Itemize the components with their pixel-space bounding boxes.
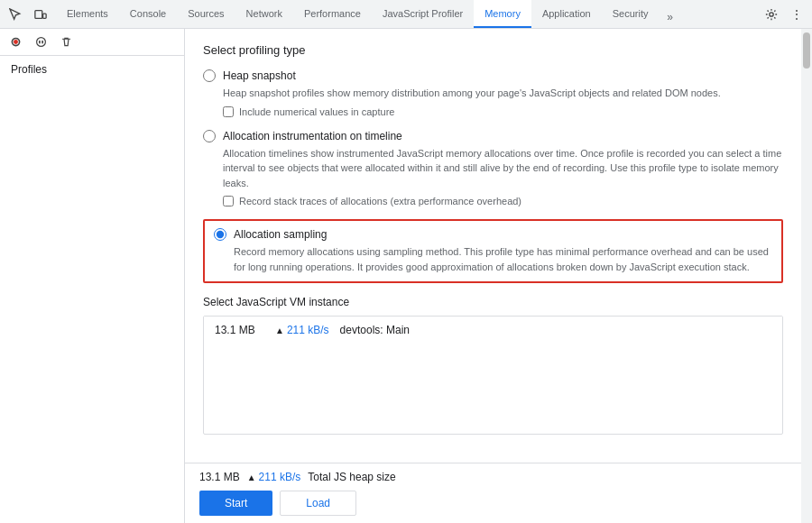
vm-size: 13.1 MB (215, 324, 264, 336)
heap-checkbox[interactable] (223, 106, 234, 117)
footer-stats: 13.1 MB ▲ 211 kB/s Total JS heap size (199, 471, 787, 483)
more-options-icon[interactable]: ⋮ (785, 3, 808, 26)
footer-label: Total JS heap size (308, 471, 395, 483)
heap-checkbox-label[interactable]: Include numerical values in capture (239, 106, 394, 117)
settings-icon[interactable] (760, 3, 783, 26)
start-button[interactable]: Start (199, 491, 272, 516)
inspect-icon[interactable] (4, 3, 27, 26)
sampling-desc: Record memory allocations using sampling… (234, 244, 772, 274)
tab-memory[interactable]: Memory (474, 0, 531, 28)
vm-section: Select JavaScript VM instance 13.1 MB ▲ … (203, 296, 783, 435)
timeline-radio[interactable] (203, 130, 216, 142)
vm-title: Select JavaScript VM instance (203, 296, 783, 308)
stop-button[interactable] (29, 31, 52, 54)
timeline-checkbox-row: Record stack traces of allocations (extr… (223, 196, 783, 206)
tab-bar: Elements Console Sources Network Perform… (0, 0, 812, 29)
svg-point-5 (14, 40, 18, 44)
tab-sources[interactable]: Sources (177, 0, 235, 28)
tab-elements[interactable]: Elements (56, 0, 119, 28)
heap-desc: Heap snapshot profiles show memory distr… (223, 86, 783, 101)
heap-snapshot-option: Heap snapshot Heap snapshot profiles sho… (203, 69, 783, 117)
sidebar: Profiles (0, 29, 185, 523)
load-button[interactable]: Load (280, 491, 356, 516)
vm-speed-icon: ▲ (275, 326, 284, 335)
tabs-container: Elements Console Sources Network Perform… (56, 0, 760, 28)
device-icon[interactable] (29, 3, 52, 26)
timeline-header: Allocation instrumentation on timeline (203, 130, 783, 142)
scrollbar-thumb[interactable] (803, 32, 810, 69)
vm-row[interactable]: 13.1 MB ▲ 211 kB/s devtools: Main (204, 317, 782, 344)
heap-checkbox-row: Include numerical values in capture (223, 106, 783, 117)
vm-name: devtools: Main (340, 324, 410, 336)
svg-rect-1 (43, 14, 47, 18)
sampling-radio[interactable] (214, 228, 226, 241)
svg-rect-0 (35, 10, 42, 18)
devtools-icons (4, 3, 52, 26)
clear-button[interactable] (54, 31, 78, 54)
heap-label[interactable]: Heap snapshot (223, 69, 296, 82)
vm-speed-badge: ▲ 211 kB/s (275, 324, 329, 336)
scrollbar[interactable] (801, 29, 812, 523)
tab-security[interactable]: Security (602, 0, 660, 28)
tab-network[interactable]: Network (235, 0, 293, 28)
footer-speed-icon: ▲ (247, 473, 256, 482)
tab-js-profiler[interactable]: JavaScript Profiler (372, 0, 474, 28)
heap-header: Heap snapshot (203, 69, 783, 82)
heap-radio[interactable] (203, 69, 216, 82)
sampling-header: Allocation sampling (214, 228, 772, 241)
sidebar-profiles-label: Profiles (0, 56, 184, 83)
sidebar-toolbar (0, 29, 184, 56)
more-tabs-button[interactable]: » (659, 6, 680, 28)
content-area: Select profiling type Heap snapshot Heap… (185, 29, 801, 463)
vm-table: 13.1 MB ▲ 211 kB/s devtools: Main (203, 316, 783, 435)
footer-speed: 211 kB/s (259, 471, 301, 483)
timeline-option: Allocation instrumentation on timeline A… (203, 130, 783, 207)
vm-empty-space (204, 344, 782, 434)
footer-size: 13.1 MB (199, 471, 240, 483)
end-icons: ⋮ (760, 3, 808, 26)
svg-point-2 (770, 12, 773, 15)
record-button[interactable] (4, 31, 27, 54)
footer-speed-badge: ▲ 211 kB/s (247, 471, 301, 483)
tab-console[interactable]: Console (119, 0, 177, 28)
tab-performance[interactable]: Performance (293, 0, 372, 28)
sampling-option-selected: Allocation sampling Record memory alloca… (203, 219, 783, 283)
tab-application[interactable]: Application (531, 0, 602, 28)
footer: 13.1 MB ▲ 211 kB/s Total JS heap size St… (185, 463, 801, 523)
svg-point-6 (36, 38, 45, 47)
timeline-checkbox[interactable] (223, 196, 234, 206)
timeline-checkbox-label[interactable]: Record stack traces of allocations (extr… (239, 196, 521, 206)
timeline-label[interactable]: Allocation instrumentation on timeline (223, 130, 402, 142)
main-layout: Profiles Select profiling type Heap snap… (0, 29, 812, 523)
vm-speed: 211 kB/s (287, 324, 329, 336)
profiling-type-title: Select profiling type (203, 43, 783, 57)
timeline-desc: Allocation timelines show instrumented J… (223, 146, 783, 191)
footer-buttons: Start Load (199, 491, 787, 516)
sampling-label[interactable]: Allocation sampling (234, 228, 327, 241)
